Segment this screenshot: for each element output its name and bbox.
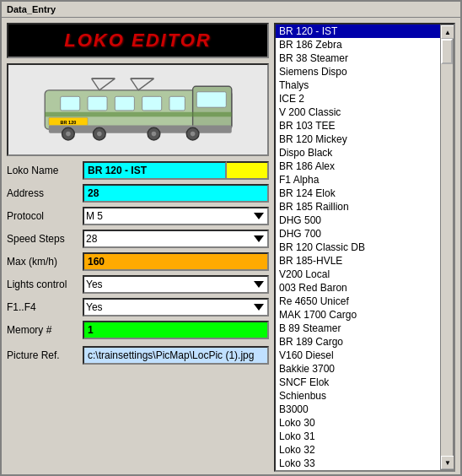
svg-point-22	[190, 132, 195, 137]
speed-steps-select[interactable]: 28 14 128	[83, 230, 269, 248]
protocol-label: Protocol	[7, 210, 83, 222]
list-item[interactable]: Loko 33	[276, 457, 440, 470]
svg-point-18	[97, 132, 102, 137]
svg-rect-2	[196, 92, 226, 107]
list-item[interactable]: BR 186 Zebra	[276, 38, 440, 51]
list-item[interactable]: 003 Red Baron	[276, 281, 440, 295]
speed-steps-label: Speed Steps	[7, 233, 83, 245]
protocol-select[interactable]: M 5 DCC Selectrix	[83, 207, 269, 225]
picture-row: Picture Ref. c:\trainsettings\PicMap\Loc…	[7, 346, 269, 365]
lights-select[interactable]: Yes No	[83, 275, 269, 294]
loko-name-extra-input[interactable]	[227, 161, 269, 180]
right-panel: BR 120 - ISTBR 186 ZebraBR 38 SteamerSie…	[274, 23, 455, 472]
svg-rect-6	[142, 96, 161, 111]
window-title: Data_Entry	[7, 4, 56, 14]
list-item[interactable]: BR 189 Cargo	[276, 335, 440, 349]
svg-rect-14	[48, 125, 231, 133]
picture-label: Picture Ref.	[7, 349, 83, 361]
train-image: BR 120	[7, 63, 269, 156]
left-panel: LOKO EDITOR	[7, 23, 269, 472]
svg-line-8	[91, 78, 99, 90]
list-item[interactable]: SNCF Elok	[276, 376, 440, 389]
address-input[interactable]	[83, 184, 269, 203]
title-bar: Data_Entry	[2, 2, 460, 18]
list-item[interactable]: BR 103 TEE	[276, 119, 440, 133]
svg-point-16	[66, 132, 71, 137]
loko-banner: LOKO EDITOR	[7, 23, 269, 58]
list-item[interactable]: Loko 31	[276, 430, 440, 443]
list-item[interactable]: DHG 700	[276, 227, 440, 241]
list-item[interactable]: B 89 Steamer	[276, 322, 440, 335]
svg-rect-3	[60, 96, 79, 111]
list-item[interactable]: BR 186 Alex	[276, 160, 440, 173]
train-svg: BR 120	[37, 72, 239, 148]
svg-line-12	[138, 78, 153, 90]
list-item[interactable]: F1 Alpha	[276, 173, 440, 187]
main-window: Data_Entry LOKO EDITOR	[0, 0, 462, 476]
svg-text:BR 120: BR 120	[60, 120, 76, 125]
list-item[interactable]: V 200 Classic	[276, 105, 440, 119]
memory-label: Memory #	[7, 324, 83, 336]
list-item[interactable]: Loko 30	[276, 416, 440, 430]
list-item[interactable]: ICE 2	[276, 92, 440, 105]
scrollbar[interactable]: ▲ ▼	[440, 24, 454, 470]
list-item[interactable]: BR 38 Steamer	[276, 51, 440, 65]
list-item[interactable]: BR 120 - IST	[276, 24, 440, 38]
list-item[interactable]: BR 120 Mickey	[276, 133, 440, 146]
list-item[interactable]: DHG 500	[276, 214, 440, 227]
banner-text: LOKO EDITOR	[13, 30, 262, 51]
list-item[interactable]: V160 Diesel	[276, 349, 440, 362]
list-item[interactable]: Loko 32	[276, 443, 440, 457]
list-item[interactable]: Siemens Dispo	[276, 65, 440, 78]
svg-line-11	[130, 78, 137, 90]
f1f4-label: F1..F4	[7, 301, 83, 313]
svg-line-9	[99, 78, 114, 90]
loko-name-input[interactable]	[83, 161, 227, 180]
list-item[interactable]: BR 124 Elok	[276, 187, 440, 200]
picture-path: c:\trainsettings\PicMap\LocPic (1).jpg	[83, 346, 269, 365]
list-item[interactable]: BR 120 Classic DB	[276, 241, 440, 254]
lights-label: Lights control	[7, 279, 83, 290]
max-kmh-input[interactable]	[83, 252, 269, 271]
loko-name-label: Loko Name	[7, 165, 83, 176]
loko-name-row	[83, 161, 269, 180]
form-grid: Loko Name Address Protocol M 5 DCC Selec…	[7, 161, 269, 339]
scroll-up-button[interactable]: ▲	[441, 25, 454, 39]
loko-list: BR 120 - ISTBR 186 ZebraBR 38 SteamerSie…	[276, 24, 440, 470]
scroll-thumb[interactable]	[441, 39, 453, 64]
svg-rect-7	[169, 96, 184, 111]
list-item[interactable]: MAK 1700 Cargo	[276, 308, 440, 322]
list-item[interactable]: B3000	[276, 403, 440, 416]
svg-rect-5	[115, 96, 134, 111]
scroll-track	[441, 39, 453, 456]
max-kmh-label: Max (km/h)	[7, 256, 83, 268]
memory-input[interactable]	[83, 321, 269, 339]
list-item[interactable]: BR 185 Raillion	[276, 200, 440, 214]
list-item[interactable]: Thalys	[276, 78, 440, 92]
list-item[interactable]: V200 Local	[276, 268, 440, 281]
svg-point-20	[151, 132, 156, 137]
list-item[interactable]: Dispo Black	[276, 146, 440, 160]
list-item[interactable]: Bakkie 3700	[276, 362, 440, 376]
scroll-down-button[interactable]: ▼	[441, 456, 454, 469]
f1f4-select[interactable]: Yes No	[83, 298, 269, 316]
address-label: Address	[7, 187, 83, 199]
list-item[interactable]: BR 185-HVLE	[276, 254, 440, 268]
svg-rect-4	[88, 96, 107, 111]
svg-rect-23	[45, 112, 232, 117]
list-wrapper: BR 120 - ISTBR 186 ZebraBR 38 SteamerSie…	[274, 23, 455, 472]
list-item[interactable]: Schienbus	[276, 389, 440, 403]
list-item[interactable]: Re 4650 Unicef	[276, 295, 440, 308]
